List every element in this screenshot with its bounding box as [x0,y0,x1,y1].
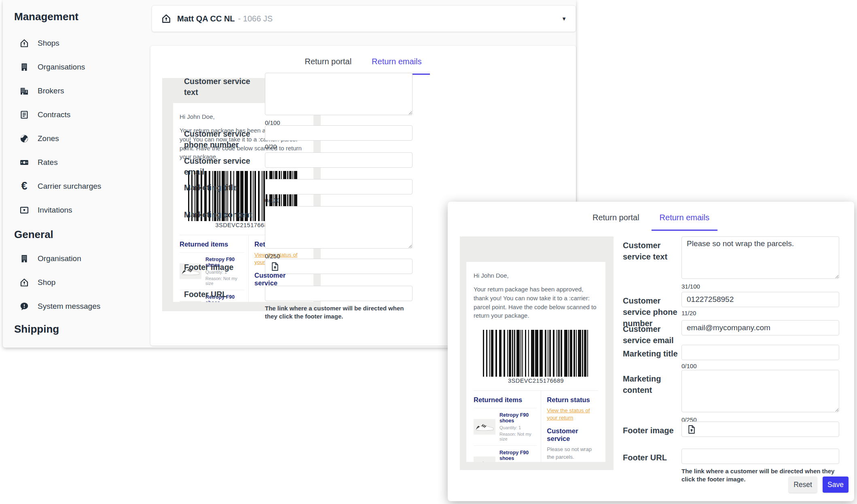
sidebar-item-label: Invitations [38,206,72,215]
customer-service-phone-label: Customer service phone number [184,129,253,151]
customer-service-text-label: Customer service text [184,76,253,98]
sidebar-item-label: Shop [38,278,55,287]
shop-name: Matt QA CC NL [177,14,235,23]
sidebar-item-label: Contracts [38,110,70,119]
building-icon [19,62,30,72]
banknote-icon [19,157,30,168]
item-name: Retropy F90 shoes [499,450,537,461]
marketing-content-label: Marketing content [623,373,686,396]
footer-image-label: Footer image [623,425,686,436]
home-icon [19,277,30,288]
customer-service-email-input[interactable] [265,152,413,168]
product-image [474,418,495,436]
email-body: Your return package has been approved, t… [474,285,598,320]
sidebar-nav-general: Organisation Shop System messages [3,247,150,318]
footer-url-label: Footer URL [623,452,686,463]
barcode-section: 3SDEVC215176689 [474,330,598,384]
sidebar-item-label: Organisations [38,63,85,72]
shop-code: - 1066 JS [238,14,273,23]
char-counter: 0/20 [265,143,413,150]
char-counter: 0/100 [265,197,413,204]
sidebar-item-label: Brokers [38,86,64,95]
customer-service-phone-input[interactable] [681,292,839,307]
sidebar-section-title-general: General [14,228,150,241]
char-counter: 11/20 [681,310,839,316]
customer-service-text-input[interactable]: Please so not wrap the parcels. [681,236,839,279]
reset-button[interactable]: Reset [789,477,817,493]
returned-item: Retropy F90 shoes Quantity: 1 Reason: No… [474,408,537,446]
footer-image-upload-button[interactable] [265,259,413,274]
message-alert-icon [19,301,30,312]
sidebar-item-label: Zones [38,134,59,143]
sidebar-item-carrier-surcharges[interactable]: € Carrier surcharges [3,174,150,198]
chevron-down-icon[interactable]: ▼ [561,16,567,22]
barcode-text: 3SDEVC215176689 [474,377,598,384]
sidebar-item-label: Carrier surcharges [38,182,101,191]
marketing-content-input[interactable] [681,370,839,412]
email-preview-card: Hi John Doe, Your return package has bee… [466,262,605,462]
sidebar-item-organisation[interactable]: Organisation [3,247,150,270]
marketing-title-label: Marketing title [184,182,253,193]
footer-url-label: Footer URL [184,289,253,300]
sidebar-section-title-management: Management [14,11,150,23]
char-counter: 31/100 [681,283,839,290]
product-image [474,455,495,462]
customer-service-email-label: Customer service email [623,323,686,346]
return-status-title: Return status [547,396,598,404]
return-status-column: Return status View the status of your re… [541,391,598,462]
tab-return-portal[interactable]: Return portal [296,55,360,75]
sidebar-item-zones[interactable]: Zones [3,127,150,150]
shop-selector[interactable]: Matt QA CC NL - 1066 JS ▼ [152,5,576,32]
marketing-title-input[interactable] [681,345,839,360]
footer-image-upload-button[interactable] [681,422,839,437]
returned-items-title: Returned items [474,396,537,408]
globe-icon [19,133,30,144]
sidebar-item-invitations[interactable]: Invitations [3,198,150,222]
upload-file-icon [270,261,280,272]
home-icon [19,38,30,49]
footer-url-hint: The link where a customer will be direct… [265,304,413,320]
footer-image-label: Footer image [184,262,253,273]
sidebar: Management Shops Organisations Brokers C… [3,0,150,348]
returned-items-column: Returned items Retropy F90 shoes Quantit… [474,391,541,462]
sidebar-item-shops[interactable]: Shops [3,31,150,55]
envelope-heart-icon [19,205,30,215]
footer-url-input[interactable] [265,286,413,301]
marketing-content-input[interactable] [265,206,413,249]
tab-return-portal[interactable]: Return portal [584,211,648,231]
sidebar-item-brokers[interactable]: Brokers [3,79,150,103]
char-counter: 0/100 [681,363,839,369]
sidebar-item-shop[interactable]: Shop [3,270,150,294]
sidebar-item-label: Shops [38,39,59,48]
sidebar-item-contracts[interactable]: Contracts [3,103,150,127]
item-reason: Reason: Not my size [205,276,244,286]
tab-return-emails[interactable]: Return emails [652,211,717,231]
customer-service-phone-input[interactable] [265,125,413,141]
email-preview: Hi John Doe, Your return package has bee… [460,236,614,470]
sidebar-section-title-shipping: Shipping [14,323,150,335]
customer-service-title: Customer service [547,427,598,443]
footer-url-input[interactable] [681,449,839,464]
customer-service-text-input[interactable] [265,73,413,115]
tab-bar: Return portal Return emails [150,55,576,75]
item-quantity: Quantity: 1 [499,425,537,430]
marketing-title-input[interactable] [265,179,413,194]
sidebar-item-label: Organisation [38,254,81,263]
item-name: Retropy F90 shoes [499,412,537,424]
save-button[interactable]: Save [823,477,849,493]
tab-return-emails[interactable]: Return emails [364,55,430,75]
broker-building-icon [19,86,30,96]
sidebar-item-system-messages[interactable]: System messages [3,294,150,318]
view-status-link[interactable]: View the status of your return [547,407,598,422]
sidebar-nav-management: Shops Organisations Brokers Contracts Zo… [3,31,150,222]
sidebar-item-organisations[interactable]: Organisations [3,55,150,79]
tab-bar: Return portal Return emails [448,211,854,231]
building-icon [19,253,30,264]
email-greeting: Hi John Doe, [474,272,598,279]
returned-item: Retropy F90 shoes Quantity: 1 Reason: No… [474,446,537,462]
contract-icon [19,110,30,120]
customer-service-preview-text: Please so not wrap the parcels. [547,446,598,460]
customer-service-email-input[interactable] [681,320,839,335]
email-columns: Returned items Retropy F90 shoes Quantit… [474,390,598,462]
sidebar-item-rates[interactable]: Rates [3,150,150,174]
